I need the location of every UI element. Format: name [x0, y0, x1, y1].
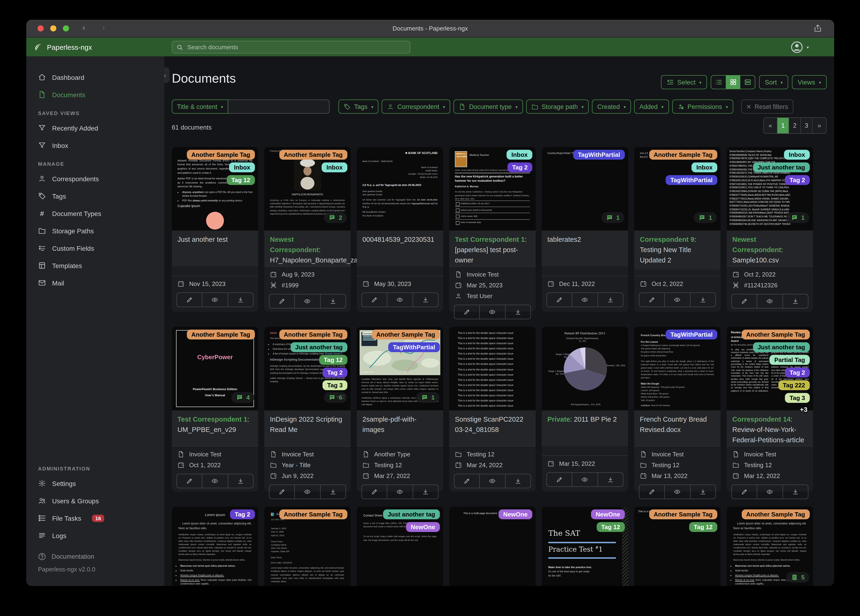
correspondent-filter-button[interactable]: Correspondent▾ [382, 99, 450, 114]
comments-badge[interactable]: 6 [324, 392, 347, 403]
pagination-page-2[interactable]: 2 [789, 118, 801, 134]
document-thumbnail[interactable]: This is a test for the double space char… [449, 327, 536, 410]
tag-pill-another-sample-tag[interactable]: Another Sample Tag [187, 330, 255, 339]
created-filter-button[interactable]: Created▾ [592, 99, 631, 114]
edit-button[interactable] [362, 293, 388, 306]
sidebar-item-dashboard[interactable]: Dashboard [26, 69, 164, 86]
download-button[interactable] [690, 485, 716, 499]
card-title[interactable]: InDesign 2022 Scripting Read Me [264, 410, 351, 446]
edit-button[interactable] [547, 293, 573, 306]
card-correspondent[interactable]: Newest Correspondent [270, 236, 319, 253]
user-menu[interactable]: ▾ [791, 41, 809, 53]
download-button[interactable] [320, 485, 345, 499]
tag-pill-inbox[interactable]: Inbox [507, 150, 532, 160]
tag-pill-another-sample-tag[interactable]: Another Sample Tag [741, 509, 810, 519]
edit-button[interactable] [177, 474, 202, 488]
preview-button[interactable] [295, 485, 321, 499]
card-title[interactable]: Sonstige ScanPC2022 03-24_081058 [449, 410, 536, 446]
preview-button[interactable] [665, 293, 691, 306]
download-button[interactable] [783, 485, 808, 499]
card-title[interactable]: Test Correspondent 1: [paperless] test p… [449, 231, 536, 266]
tag-pill-tag-222[interactable]: Tag 222 [778, 380, 810, 390]
tag-pill-tag-2[interactable]: Tag 2 [785, 368, 810, 377]
select-button[interactable]: Select ▾ [661, 75, 707, 89]
document-thumbnail[interactable]: Patient BP Distribution 2011 Isolated Sy… [542, 327, 628, 410]
comments-badge[interactable]: 1 [786, 212, 809, 223]
card-title[interactable]: tablerates2 [542, 231, 628, 266]
comments-badge[interactable]: 1 [694, 212, 717, 223]
sidebar-item-templates[interactable]: Templates [26, 257, 164, 274]
edit-button[interactable] [732, 294, 757, 308]
tag-pill-inbox[interactable]: Inbox [229, 162, 255, 172]
card-title[interactable]: Just another test [172, 231, 258, 266]
permissions-filter-button[interactable]: Permissions▾ [672, 99, 733, 114]
added-filter-button[interactable]: Added▾ [634, 99, 669, 114]
download-button[interactable] [783, 294, 808, 308]
comments-badge[interactable]: 1 [601, 212, 625, 223]
tag-pill-tag-2[interactable]: Tag 2 [230, 509, 255, 519]
sidebar-item-correspondents[interactable]: Correspondents [26, 170, 164, 187]
tag-pill-another-sample-tag[interactable]: Another Sample Tag [279, 150, 347, 160]
reset-filters-button[interactable]: ✕ Reset filters [741, 99, 793, 114]
card-title[interactable]: Correspondent 9: Testing New Title Updat… [634, 231, 720, 270]
download-button[interactable] [320, 294, 345, 308]
sidebar-item-documentation[interactable]: Documentation [26, 548, 164, 565]
edit-button[interactable] [454, 474, 480, 488]
sidebar-item-file-tasks[interactable]: File Tasks16 [26, 509, 164, 527]
download-button[interactable] [505, 305, 530, 319]
pagination-page-3[interactable]: 3 [801, 118, 813, 134]
download-button[interactable] [228, 293, 253, 306]
pagination-page-1[interactable]: 1 [777, 118, 789, 134]
tag-pill-just-another-tag[interactable]: Just another tag [753, 342, 810, 352]
storage-path-filter-button[interactable]: Storage path▾ [526, 99, 589, 114]
sidebar-item-users-groups[interactable]: Users & Groups [26, 492, 164, 509]
tag-pill-partial-tag[interactable]: Partial Tag [770, 355, 810, 365]
preview-button[interactable] [757, 294, 783, 308]
sidebar-item-mail[interactable]: Mail [26, 274, 164, 292]
sidebar-item-documents[interactable]: Documents [26, 86, 164, 103]
tag-pill-tag-12[interactable]: Tag 12 [596, 522, 625, 532]
tag-pill-inbox[interactable]: Inbox [784, 150, 810, 160]
card-title[interactable]: Correspondent 14: Review-of-New-York-Fed… [727, 410, 813, 446]
tag-pill-inbox[interactable]: Inbox [322, 162, 347, 172]
document-type-filter-button[interactable]: Document type▾ [454, 99, 523, 114]
preview-button[interactable] [202, 474, 228, 488]
tag-pill-another-sample-tag[interactable]: Another Sample Tag [279, 330, 347, 339]
comments-badge[interactable]: 4 [231, 392, 254, 403]
pagination-prev[interactable]: « [764, 118, 777, 134]
views-button[interactable]: Views ▾ [792, 75, 827, 89]
comments-badge[interactable]: 2 [324, 212, 347, 223]
pagination-next[interactable]: » [813, 118, 826, 134]
tag-pill-another-sample-tag[interactable]: Another Sample Tag [372, 330, 440, 339]
sidebar-item-document-types[interactable]: #Document Types [26, 205, 164, 222]
preview-button[interactable] [757, 485, 783, 499]
card-correspondent[interactable]: Newest Correspondent [732, 236, 781, 253]
edit-button[interactable] [732, 485, 757, 499]
tag-pill-another-sample-tag[interactable]: Another Sample Tag [741, 330, 810, 339]
close-window-button[interactable] [38, 25, 44, 31]
app-logo[interactable]: Paperless-ngx [34, 38, 92, 57]
preview-button[interactable] [202, 293, 228, 306]
title-content-input[interactable] [228, 99, 330, 114]
zoom-window-button[interactable] [63, 25, 69, 31]
tags-filter-button[interactable]: Tags▾ [339, 99, 378, 114]
browser-back-icon[interactable]: ‹ [83, 24, 85, 32]
card-title[interactable]: 2sample-pdf-with-images [357, 410, 443, 446]
card-correspondent[interactable]: Test Correspondent 1 [177, 415, 247, 423]
tag-pill-tag-3[interactable]: Tag 3 [322, 380, 347, 390]
tag-pill-another-sample-tag[interactable]: Another Sample Tag [187, 150, 255, 160]
view-mode-grid[interactable] [726, 75, 740, 89]
edit-button[interactable] [270, 485, 295, 499]
edit-button[interactable] [270, 294, 295, 308]
sidebar-item-logs[interactable]: Logs [26, 527, 164, 544]
download-button[interactable] [598, 293, 623, 306]
tag-pill-just-another-tag[interactable]: Just another tag [753, 162, 810, 172]
preview-button[interactable] [480, 474, 505, 488]
card-correspondent[interactable]: Test Correspondent 1 [455, 236, 525, 243]
card-title[interactable]: Newest Correspondent: H7_Napoleon_Bonapa… [264, 231, 351, 266]
tag-pill-tag-3[interactable]: Tag 3 [785, 393, 810, 403]
tag-pill-another-sample-tag[interactable]: Another Sample Tag [649, 509, 717, 519]
tag-pill-tagwithpartial[interactable]: TagWithPartial [665, 175, 717, 185]
download-button[interactable] [413, 293, 438, 306]
card-title[interactable]: French Country Bread Revised.docx [634, 410, 720, 446]
